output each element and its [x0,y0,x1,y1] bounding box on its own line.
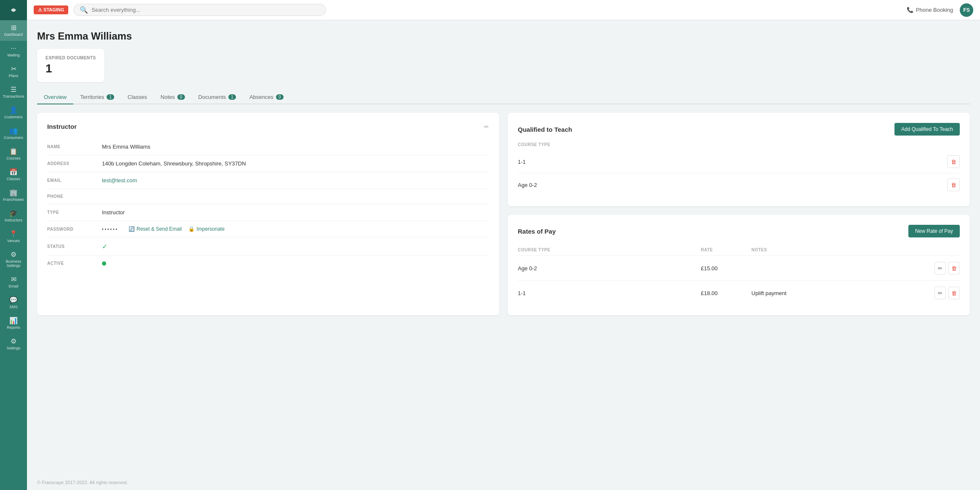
trash-icon-0: 🗑 [951,159,956,165]
page-title: Mrs Emma Williams [37,30,970,42]
sidebar-item-customers[interactable]: 👤 Customers [0,103,27,123]
user-avatar[interactable]: FS [960,3,973,17]
venues-icon: 📍 [9,231,18,237]
sidebar-item-business-settings[interactable]: ⚙ Business Settings [0,247,27,272]
trash-icon-rate-0: 🗑 [951,265,957,272]
expired-documents-label: EXPIRED DOCUMENTS [46,56,96,60]
sidebar-item-classes[interactable]: 📅 Classes [0,165,27,185]
instructor-card-header: Instructor ✏ [47,123,489,130]
sidebar-item-instructors[interactable]: 🎓 Instructors [0,206,27,226]
field-password: PASSWORD •••••• 🔄 Reset & Send Email 🔒 I… [47,221,489,237]
delete-qualify-0-button[interactable]: 🗑 [947,155,960,168]
edit-rate-1-button[interactable]: ✏ [934,287,946,299]
sidebar-item-waiting[interactable]: ··· Waiting [0,41,27,61]
phone-booking-button[interactable]: 📞 Phone Booking [907,7,953,13]
rate-actions-1: ✏ 🗑 [934,287,960,299]
delete-qualify-1-button[interactable]: 🗑 [947,178,960,191]
sidebar-label-waiting: Waiting [7,53,20,57]
rates-col-course-type: COURSE TYPE [518,248,701,252]
tab-overview[interactable]: Overview [37,91,73,104]
sidebar-label-instructors: Instructors [5,218,22,222]
impersonate-button[interactable]: 🔒 Impersonate [188,226,225,232]
rate-amount-1: £18.00 [701,290,752,296]
sidebar-item-settings[interactable]: ⚙ Settings [0,334,27,354]
rates-section-header: Rates of Pay New Rate of Pay [518,225,960,237]
course-type-header: COURSE TYPE [518,142,960,147]
field-active: ACTIVE [47,256,489,271]
field-email: EMAIL test@test.com [47,172,489,189]
tab-territories-badge: 1 [107,94,114,100]
qualify-row-0: 1-1 🗑 [518,150,960,173]
rate-course-type-1: 1-1 [518,290,701,296]
edit-icon-1: ✏ [938,290,943,296]
customers-icon: 👤 [9,107,18,114]
sidebar-label-settings: Settings [7,346,21,350]
tab-territories-label: Territories [80,94,104,100]
sidebar-item-plans[interactable]: ✂ Plans [0,61,27,82]
rate-actions-0: ✏ 🗑 [934,262,960,274]
delete-rate-1-button[interactable]: 🗑 [948,287,960,299]
tab-documents[interactable]: Documents 1 [192,91,243,104]
field-type-label: TYPE [47,210,102,215]
sidebar-item-venues[interactable]: 📍 Venues [0,226,27,247]
tab-notes[interactable]: Notes 0 [154,91,192,104]
tab-classes[interactable]: Classes [121,91,154,104]
page-content: Mrs Emma Williams EXPIRED DOCUMENTS 1 Ov… [27,20,980,475]
search-bar[interactable]: 🔍 [73,4,326,16]
edit-icon-0: ✏ [938,265,943,272]
field-email-value: test@test.com [102,177,489,184]
tab-territories[interactable]: Territories 1 [73,91,121,104]
sidebar-item-dashboard[interactable]: ⊞ Dashboard [0,20,27,41]
password-row-content: •••••• 🔄 Reset & Send Email 🔒 Impersonat… [102,226,489,232]
tab-documents-badge: 1 [228,94,236,100]
sidebar-label-venues: Venues [7,239,20,243]
impersonate-label: Impersonate [196,226,225,232]
tab-absences[interactable]: Absences 0 [243,91,290,104]
plans-icon: ✂ [11,66,16,72]
instructor-card: Instructor ✏ NAME Mrs Emma Williams ADDR… [37,113,499,315]
sidebar-item-franchisees[interactable]: 🏢 Franchisees [0,185,27,206]
sidebar-label-transactions: Transactions [3,94,24,99]
sidebar-item-reports[interactable]: 📊 Reports [0,313,27,334]
field-type-value: Instructor [102,209,489,216]
field-address-label: ADDRESS [47,161,102,166]
sidebar-item-email[interactable]: ✉ Email [0,272,27,293]
business-settings-icon: ⚙ [11,251,16,258]
search-input[interactable] [91,7,320,13]
settings-icon: ⚙ [11,338,16,345]
sidebar-item-consumers[interactable]: 👥 Consumers [0,123,27,144]
footer-text: © Franscape 2017-2022. All rights reserv… [37,480,128,485]
franchisees-icon: 🏢 [9,189,18,196]
courses-icon: 📋 [9,148,18,155]
sms-icon: 💬 [9,297,18,304]
edit-instructor-icon[interactable]: ✏ [484,123,489,130]
transactions-icon: ☰ [11,86,16,93]
rate-course-type-0: Age 0-2 [518,265,701,272]
main-area: ⚠ STAGING 🔍 📞 Phone Booking FS Mrs Emma … [27,0,980,490]
sidebar-item-courses[interactable]: 📋 Courses [0,144,27,165]
phone-booking-label: Phone Booking [916,7,953,13]
add-qualified-button[interactable]: Add Qualified To Teach [894,123,960,136]
reset-label: Reset & Send Email [137,226,182,232]
sidebar-item-transactions[interactable]: ☰ Transactions [0,82,27,103]
password-actions: 🔄 Reset & Send Email 🔒 Impersonate [129,226,225,232]
reset-send-email-button[interactable]: 🔄 Reset & Send Email [129,226,182,232]
tabs-bar: Overview Territories 1 Classes Notes 0 D… [37,91,970,104]
sidebar-item-sms[interactable]: 💬 SMS [0,293,27,313]
right-panel: Qualified to Teach Add Qualified To Teac… [508,113,970,315]
tab-absences-label: Absences [249,94,273,100]
classes-icon: 📅 [9,169,18,176]
instructor-card-title: Instructor [47,123,77,130]
field-phone: PHONE [47,189,489,204]
field-name-value: Mrs Emma Williams [102,144,489,150]
trash-icon-rate-1: 🗑 [951,290,957,296]
rate-notes-1: Uplift payment [752,290,935,296]
edit-rate-0-button[interactable]: ✏ [934,262,946,274]
tab-notes-badge: 0 [177,94,185,100]
tab-classes-label: Classes [128,94,147,100]
topbar: ⚠ STAGING 🔍 📞 Phone Booking FS [27,0,980,20]
new-rate-button[interactable]: New Rate of Pay [908,225,960,237]
delete-rate-0-button[interactable]: 🗑 [948,262,960,274]
tab-overview-label: Overview [44,94,67,100]
sidebar-logo [0,0,27,20]
